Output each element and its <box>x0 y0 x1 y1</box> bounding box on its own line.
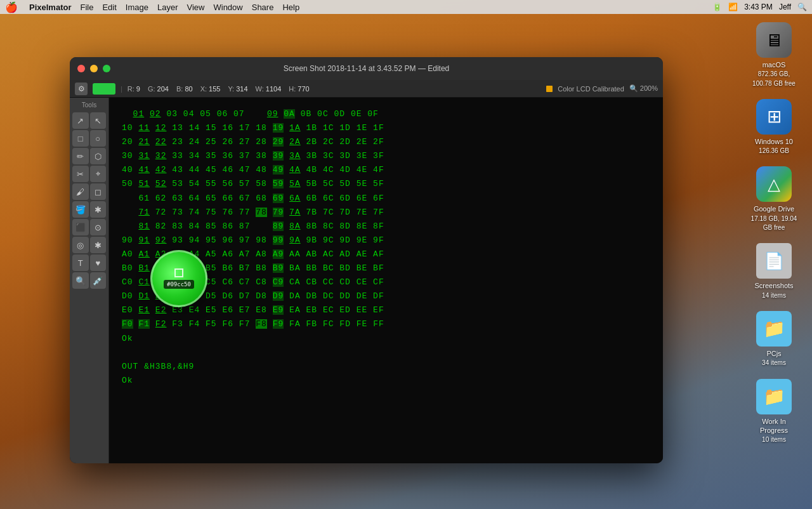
color-picker-crosshair <box>174 268 183 277</box>
apple-menu-icon[interactable]: 🍎 <box>5 1 18 13</box>
toolbar-separator: | <box>121 85 122 93</box>
search-icon[interactable]: 🔍 <box>797 3 807 11</box>
clock: 3:43 PM <box>744 3 773 11</box>
tool-row-5: 🖌 ◻ <box>72 183 106 200</box>
help-menu[interactable]: Help <box>282 3 299 12</box>
gdrive-icon[interactable]: △ Google Drive17.18 GB, 19.04 GB free <box>749 166 799 232</box>
hex-line-11: A0 A1 A2 A3 A4 A5 A6 A7 A8 A9 AA AB AC A… <box>122 248 650 261</box>
tool-row-4: ✂ ⌖ <box>72 166 106 182</box>
macos-icon-label: macOS872.36 GB, 100.78 GB free <box>749 60 799 88</box>
gdrive-icon-label: Google Drive17.18 GB, 19.04 GB free <box>749 204 799 232</box>
close-button[interactable] <box>77 65 85 72</box>
hex-line-5: 40 41 42 43 44 45 46 47 48 49 4A 4B 4C 4… <box>122 163 650 177</box>
menubar-right: 🔋 📶 3:43 PM Jeff 🔍 <box>712 3 807 11</box>
w-size: W: 1104 <box>256 85 282 93</box>
tool-row-2: □ ○ <box>72 130 106 147</box>
hex-line-ok2: Ok <box>122 374 650 388</box>
color-tool[interactable]: ⬛ <box>72 219 89 235</box>
pcjs-icon-label: PCjs34 items <box>762 349 786 367</box>
gear-button[interactable]: ⚙ <box>75 83 88 95</box>
gdrive-folder-icon: △ <box>756 166 792 202</box>
window-titlebar: Screen Shot 2018-11-14 at 3.43.52 PM — E… <box>70 57 663 80</box>
eyedropper-tool[interactable]: 💉 <box>90 272 107 289</box>
image-menu[interactable]: Image <box>126 3 148 12</box>
hex-line-3: 20 21 22 23 24 25 26 27 28 29 2A 2B 2C 2… <box>122 135 650 149</box>
view-menu[interactable]: View <box>187 3 205 12</box>
minimize-button[interactable] <box>90 65 98 72</box>
tool-row-10: 🔍 💉 <box>72 272 106 289</box>
tools-panel: Tools ↗ ↖ □ ○ ✏ ⬡ ✂ ⌖ 🖌 ◻ 🪣 <box>70 98 109 463</box>
windows10-icon-label: Windows 10126.36 GB <box>755 137 793 155</box>
tool-row-3: ✏ ⬡ <box>72 148 106 164</box>
y-coord: Y: 314 <box>228 85 247 93</box>
h-size: H: 770 <box>289 85 309 93</box>
crop-tool[interactable]: ✂ <box>72 166 89 182</box>
arrow-tool[interactable]: ↗ <box>72 112 89 129</box>
pen-tool[interactable]: ✏ <box>72 148 89 164</box>
ellipse-tool[interactable]: ○ <box>90 130 107 147</box>
fill-tool[interactable]: 🪣 <box>72 201 89 218</box>
x-coord: X: 155 <box>200 85 221 93</box>
layer-menu[interactable]: Layer <box>157 3 178 12</box>
eraser-tool[interactable]: ◻ <box>90 183 107 200</box>
hex-line-ok1: Ok <box>122 332 650 346</box>
zoom-tool[interactable]: 🔍 <box>72 272 89 289</box>
canvas-area[interactable]: 01 02 03 04 05 06 07 09 0A 0B 0C 0D 0E 0… <box>109 98 663 463</box>
tool-row-1: ↗ ↖ <box>72 112 106 129</box>
rect-tool[interactable]: □ <box>72 130 89 147</box>
color-picker-label: #09cc50 <box>164 280 194 289</box>
green-toolbar-button[interactable] <box>93 83 115 95</box>
screenshots-folder-icon: 📄 <box>756 243 792 279</box>
tool-row-8: ◎ ✱ <box>72 237 106 253</box>
user-name: Jeff <box>779 3 791 11</box>
hex-line-6: 50 51 52 53 54 55 56 57 58 59 5A 5B 5C 5… <box>122 177 650 191</box>
tool-row-9: T ♥ <box>72 255 106 271</box>
tool-row-6: 🪣 ✱ <box>72 201 106 218</box>
wip-icon[interactable]: 📁 Work In Progress10 items <box>749 379 799 444</box>
edit-menu[interactable]: Edit <box>102 3 116 12</box>
app-name-menu[interactable]: Pixelmator <box>29 3 71 12</box>
screenshots-icon-label: Screenshots14 items <box>754 281 793 300</box>
r-label: R: 9 <box>128 85 140 93</box>
text-tool[interactable]: T <box>72 255 89 271</box>
transform-tool[interactable]: ⌖ <box>90 166 107 182</box>
zoom-level: 🔍 200% <box>629 84 658 93</box>
color-profile-label: Color LCD Calibrated <box>558 85 624 93</box>
window-toolbar: ⚙ | R: 9 G: 204 B: 80 X: 155 Y: 314 W: 1… <box>70 80 663 98</box>
share-menu[interactable]: Share <box>252 3 274 12</box>
shape-tool[interactable]: ♥ <box>90 255 107 271</box>
select-tool[interactable]: ↖ <box>90 112 107 129</box>
brush-tool[interactable]: ✱ <box>90 237 107 253</box>
paint-tool[interactable]: 🖌 <box>72 183 89 200</box>
hex-line-15: E0 E1 E2 E3 E4 E5 E6 E7 E8 E9 EA EB EC E… <box>122 303 650 317</box>
battery-icon: 🔋 <box>712 3 722 11</box>
hex-line-1: 01 02 03 04 05 06 07 09 0A 0B 0C 0D 0E 0… <box>122 107 650 121</box>
hex-line-4: 30 31 32 33 34 35 36 37 38 39 3A 3B 3C 3… <box>122 149 650 163</box>
hex-line-16: F0 F1 F2 F3 F4 F5 F6 F7 F8 F9 FA FB FC F… <box>122 317 650 331</box>
toolbar-right: Color LCD Calibrated 🔍 200% <box>546 84 658 93</box>
color-picker-circle[interactable]: #09cc50 <box>150 250 207 307</box>
lasso-tool[interactable]: ⬡ <box>90 148 107 164</box>
smudge-tool[interactable]: ✱ <box>90 201 107 218</box>
color-profile-indicator <box>546 86 553 92</box>
hex-line-9: 81 82 83 84 85 86 87 89 8A 8B 8C 8D 8E 8… <box>122 220 650 234</box>
desktop-icons-area: 🖥 macOS872.36 GB, 100.78 GB free ⊞ Windo… <box>749 22 799 444</box>
pcjs-folder-icon: 📁 <box>756 311 792 347</box>
pcjs-icon[interactable]: 📁 PCjs34 items <box>749 311 799 367</box>
window-title: Screen Shot 2018-11-14 at 3.43.52 PM — E… <box>284 64 450 73</box>
hex-line-7: 61 62 63 64 65 66 67 68 69 6A 6B 6C 6D 6… <box>122 192 650 206</box>
windows10-icon[interactable]: ⊞ Windows 10126.36 GB <box>749 99 799 155</box>
tools-label: Tools <box>72 100 106 110</box>
window-menu[interactable]: Window <box>213 3 242 12</box>
visibility-tool[interactable]: ◎ <box>72 237 89 253</box>
file-menu[interactable]: File <box>80 3 93 12</box>
healing-tool[interactable]: ⊙ <box>90 219 107 235</box>
macos-disk-icon: 🖥 <box>756 22 792 58</box>
maximize-button[interactable] <box>103 65 110 72</box>
menubar: 🍎 Pixelmator File Edit Image Layer View … <box>0 0 812 14</box>
macos-icon[interactable]: 🖥 macOS872.36 GB, 100.78 GB free <box>749 22 799 88</box>
tool-row-7: ⬛ ⊙ <box>72 219 106 235</box>
wip-icon-label: Work In Progress10 items <box>749 417 799 444</box>
window-content: Tools ↗ ↖ □ ○ ✏ ⬡ ✂ ⌖ 🖌 ◻ 🪣 <box>70 98 663 463</box>
screenshots-icon[interactable]: 📄 Screenshots14 items <box>749 243 799 300</box>
